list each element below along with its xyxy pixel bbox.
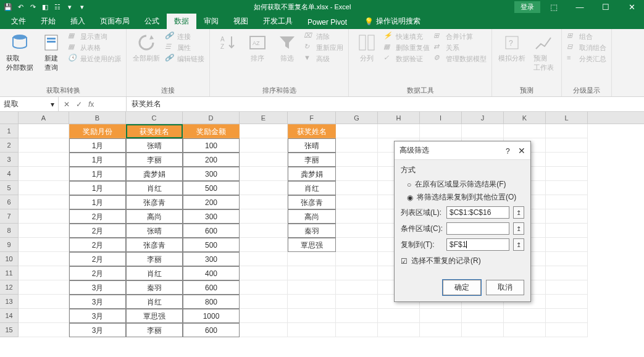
cell[interactable] <box>336 266 378 280</box>
qat-icon[interactable]: ◧ <box>41 2 49 11</box>
col-header[interactable]: H <box>378 112 420 124</box>
cell[interactable]: 100 <box>183 138 240 153</box>
cell[interactable] <box>19 266 69 280</box>
cell[interactable] <box>19 209 69 224</box>
properties-button[interactable]: ☰属性 <box>165 43 204 52</box>
cell[interactable]: 300 <box>183 209 240 224</box>
cell[interactable] <box>240 252 288 266</box>
cell[interactable] <box>504 309 546 323</box>
close-icon[interactable]: ✕ <box>518 146 525 156</box>
cell[interactable] <box>19 181 69 195</box>
row-header[interactable]: 11 <box>0 266 19 280</box>
tab-formula[interactable]: 公式 <box>137 14 167 29</box>
copy-to-location-radio[interactable]: ◉将筛选结果复制到其他位置(O) <box>407 192 524 203</box>
cell[interactable] <box>336 295 378 309</box>
cell[interactable] <box>240 209 288 224</box>
show-query-button[interactable]: ▦显示查询 <box>68 32 121 41</box>
cell[interactable]: 张晴 <box>126 224 183 238</box>
cell[interactable] <box>240 238 288 252</box>
cell[interactable]: 3月 <box>69 295 126 309</box>
cell[interactable] <box>288 280 336 295</box>
ungroup-button[interactable]: ⊟取消组合 <box>567 43 606 52</box>
cell[interactable]: 李丽 <box>126 153 183 167</box>
cell[interactable] <box>546 167 588 181</box>
cell[interactable] <box>462 323 504 337</box>
subtotal-button[interactable]: ≡分类汇总 <box>567 54 606 64</box>
cell[interactable] <box>19 295 69 309</box>
cell[interactable] <box>240 195 288 209</box>
name-box[interactable]: 提取▾ <box>0 97 59 111</box>
cell[interactable]: 张彦青 <box>288 195 336 209</box>
edit-links-button[interactable]: 🔗编辑链接 <box>165 54 204 64</box>
cell[interactable] <box>504 124 546 138</box>
maximize-icon[interactable]: ☐ <box>593 2 618 12</box>
cell[interactable]: 张晴 <box>126 138 183 153</box>
cell[interactable] <box>336 224 378 238</box>
row-header[interactable]: 1 <box>0 124 19 138</box>
range-picker-icon[interactable]: ↥ <box>513 206 524 219</box>
col-header[interactable]: A <box>19 112 69 124</box>
cell[interactable] <box>546 209 588 224</box>
cell[interactable]: 600 <box>183 224 240 238</box>
cell[interactable]: 500 <box>183 238 240 252</box>
cell[interactable]: 2月 <box>69 266 126 280</box>
cell[interactable]: 300 <box>183 167 240 181</box>
cell[interactable]: 400 <box>183 266 240 280</box>
cell[interactable]: 1月 <box>69 195 126 209</box>
cell[interactable]: 500 <box>183 181 240 195</box>
col-header[interactable]: C <box>126 112 183 124</box>
cell[interactable]: 2月 <box>69 224 126 238</box>
cell[interactable]: 3月 <box>69 323 126 337</box>
cell[interactable] <box>240 124 288 138</box>
cell[interactable]: 肖红 <box>126 181 183 195</box>
qat-icon[interactable]: ☷ <box>53 2 62 11</box>
cell[interactable] <box>546 138 588 153</box>
get-external-data-button[interactable]: 获取 外部数据 <box>5 32 35 74</box>
col-header[interactable]: E <box>240 112 288 124</box>
row-header[interactable]: 13 <box>0 295 19 309</box>
cell[interactable] <box>420 323 462 337</box>
cell[interactable] <box>240 167 288 181</box>
cell[interactable]: 2月 <box>69 252 126 266</box>
cell[interactable] <box>336 280 378 295</box>
cell[interactable] <box>336 238 378 252</box>
cancel-button[interactable]: 取消 <box>486 280 524 295</box>
cell[interactable]: 1月 <box>69 167 126 181</box>
relationships-button[interactable]: ⇄关系 <box>433 43 487 52</box>
cell[interactable] <box>546 266 588 280</box>
cell[interactable]: 覃思强 <box>288 238 336 252</box>
cell[interactable] <box>19 323 69 337</box>
cell[interactable] <box>336 181 378 195</box>
cell[interactable] <box>420 124 462 138</box>
cell[interactable]: 600 <box>183 323 240 337</box>
tab-file[interactable]: 文件 <box>4 14 33 29</box>
cell[interactable] <box>336 138 378 153</box>
row-header[interactable]: 5 <box>0 181 19 195</box>
row-header[interactable]: 9 <box>0 238 19 252</box>
chevron-down-icon[interactable]: ▾ <box>51 100 54 109</box>
cell[interactable]: 获奖姓名 <box>126 124 183 138</box>
col-header[interactable]: G <box>336 112 378 124</box>
cell[interactable] <box>240 280 288 295</box>
minimize-icon[interactable]: — <box>567 2 592 12</box>
qat-icon[interactable]: ▾ <box>65 2 74 11</box>
tab-view[interactable]: 视图 <box>226 14 256 29</box>
help-icon[interactable]: ? <box>506 147 510 156</box>
row-header[interactable]: 7 <box>0 209 19 224</box>
cell[interactable] <box>504 323 546 337</box>
row-header[interactable]: 15 <box>0 323 19 337</box>
row-header[interactable]: 8 <box>0 224 19 238</box>
cell[interactable] <box>420 309 462 323</box>
cell[interactable] <box>288 323 336 337</box>
login-button[interactable]: 登录 <box>514 1 540 13</box>
cell[interactable] <box>336 124 378 138</box>
cell[interactable] <box>378 323 420 337</box>
cell[interactable]: 高尚 <box>126 209 183 224</box>
cell[interactable] <box>546 124 588 138</box>
select-all-corner[interactable] <box>0 112 19 124</box>
cell[interactable] <box>240 181 288 195</box>
cancel-icon[interactable]: ✕ <box>64 100 70 109</box>
cell[interactable] <box>240 309 288 323</box>
new-query-button[interactable]: 新建 查询 <box>38 32 64 74</box>
row-header[interactable]: 14 <box>0 309 19 323</box>
